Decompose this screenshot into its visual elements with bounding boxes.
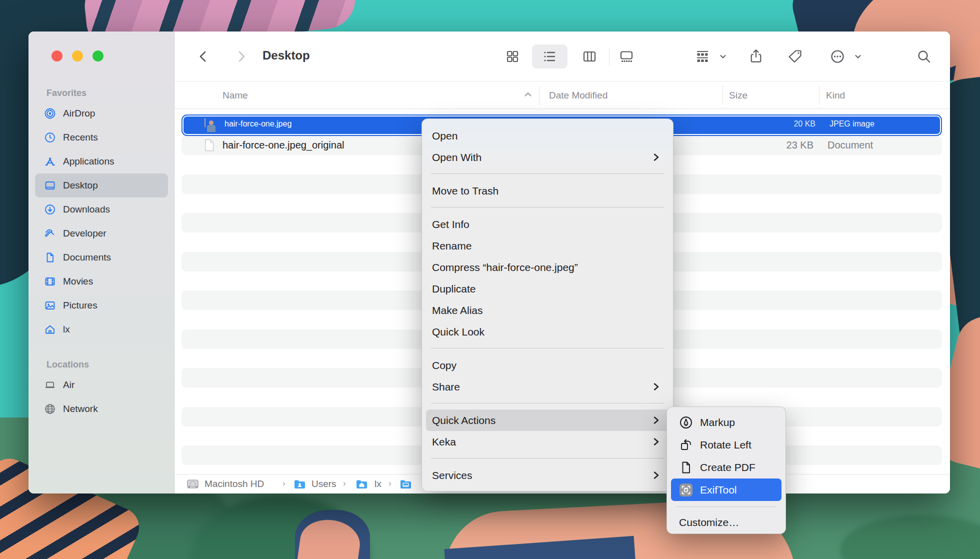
file-kind: Document <box>828 140 873 151</box>
path-separator: › <box>343 478 346 488</box>
minimize-button[interactable] <box>72 50 83 62</box>
path-segment-macintosh-hd[interactable]: Macintosh HD <box>204 478 264 490</box>
more-options-chevron-icon <box>854 52 862 60</box>
menu-item-duplicate[interactable]: Duplicate <box>422 278 673 300</box>
list-view-button[interactable] <box>542 48 558 64</box>
submenu-chevron-icon <box>652 382 661 392</box>
desktop-folder-icon <box>400 478 412 490</box>
desktop-icon <box>44 180 56 192</box>
create-pdf-icon <box>679 460 693 474</box>
submenu-item-create-pdf[interactable]: Create PDF <box>667 456 786 478</box>
context-menu: Open Open With Move to Trash Get Info Re… <box>422 118 674 492</box>
path-segment-users[interactable]: Users <box>312 478 336 490</box>
search-button[interactable] <box>916 48 932 64</box>
favorites-section-label: Favorites <box>46 86 86 100</box>
more-options-button[interactable] <box>830 48 846 64</box>
photo-icon <box>44 300 56 312</box>
column-header-row: Name Date Modified Size Kind <box>174 82 950 109</box>
film-icon <box>44 276 56 288</box>
submenu-item-exiftool[interactable]: ExifTool <box>671 478 782 501</box>
column-header-name[interactable]: Name <box>222 90 248 101</box>
menu-item-quick-actions[interactable]: Quick Actions <box>426 410 669 431</box>
group-by-button[interactable] <box>694 48 710 64</box>
airdrop-icon <box>44 108 56 120</box>
toolbar-divider <box>609 48 610 66</box>
submenu-item-markup[interactable]: Markup <box>667 411 786 434</box>
menu-separator <box>422 342 673 354</box>
gallery-view-button[interactable] <box>618 48 634 64</box>
path-segment-lx[interactable]: lx <box>374 478 382 490</box>
menu-item-services[interactable]: Services <box>422 464 673 486</box>
hard-drive-icon <box>186 478 199 490</box>
menu-item-move-to-trash[interactable]: Move to Trash <box>422 180 673 202</box>
column-header-date-modified[interactable]: Date Modified <box>549 90 608 101</box>
exiftool-app-icon <box>679 483 693 497</box>
column-divider[interactable] <box>540 86 540 105</box>
sort-ascending-icon <box>524 91 532 98</box>
sidebar-item-lx-home[interactable]: lx <box>35 318 168 342</box>
submenu-chevron-icon <box>652 416 661 425</box>
home-folder-icon <box>356 478 368 490</box>
menu-item-open[interactable]: Open <box>422 125 673 146</box>
jpeg-thumbnail-icon <box>204 118 218 132</box>
file-name: hair-force-one.jpeg <box>224 120 292 128</box>
sidebar-item-desktop[interactable]: Desktop <box>35 174 168 198</box>
laptop-icon <box>44 379 56 391</box>
document-file-icon <box>202 138 216 152</box>
close-button[interactable] <box>52 50 62 62</box>
menu-item-copy[interactable]: Copy <box>422 354 673 376</box>
menu-item-open-with[interactable]: Open With <box>422 146 673 168</box>
menu-item-get-info[interactable]: Get Info <box>422 214 673 235</box>
clock-icon <box>44 132 56 144</box>
forward-button[interactable] <box>233 48 249 64</box>
sidebar: Favorites AirDrop Recents Applications D… <box>28 32 174 494</box>
sidebar-item-pictures[interactable]: Pictures <box>35 294 168 318</box>
locations-section-label: Locations <box>46 357 89 372</box>
quick-actions-submenu: Markup Rotate Left Create PDF ExifTool C… <box>666 406 786 534</box>
zoom-button[interactable] <box>92 50 104 62</box>
hammer-icon <box>44 228 56 240</box>
sidebar-item-air[interactable]: Air <box>35 373 168 397</box>
menu-item-compress[interactable]: Compress “hair-force-one.jpeg” <box>422 256 673 278</box>
column-view-button[interactable] <box>582 48 598 64</box>
sidebar-item-airdrop[interactable]: AirDrop <box>35 102 168 126</box>
submenu-separator <box>667 501 786 513</box>
menu-item-share[interactable]: Share <box>422 376 673 398</box>
download-circle-icon <box>44 204 56 216</box>
menu-separator <box>422 168 673 180</box>
users-folder-icon <box>294 478 306 490</box>
column-header-kind[interactable]: Kind <box>826 90 845 101</box>
icon-view-button[interactable] <box>504 48 520 64</box>
submenu-chevron-icon <box>652 152 661 162</box>
column-divider[interactable] <box>722 86 723 105</box>
share-button[interactable] <box>748 48 764 64</box>
column-divider[interactable] <box>819 86 820 105</box>
path-separator: › <box>388 478 392 488</box>
sidebar-item-applications[interactable]: Applications <box>35 150 168 174</box>
menu-item-quick-look[interactable]: Quick Look <box>422 321 673 342</box>
rotate-left-icon <box>679 438 693 452</box>
sidebar-item-downloads[interactable]: Downloads <box>35 198 168 222</box>
globe-icon <box>44 403 56 415</box>
file-size: 20 KB <box>758 120 816 128</box>
menu-item-make-alias[interactable]: Make Alias <box>422 300 673 321</box>
file-name: hair-force-one.jpeg_original <box>222 140 344 151</box>
menu-item-keka[interactable]: Keka <box>422 431 673 452</box>
tags-button[interactable] <box>787 48 803 64</box>
submenu-item-customize[interactable]: Customize… <box>667 513 786 532</box>
sidebar-item-developer[interactable]: Developer <box>35 222 168 246</box>
menu-item-rename[interactable]: Rename <box>422 235 673 256</box>
file-size: 23 KB <box>756 140 814 151</box>
sidebar-item-recents[interactable]: Recents <box>35 126 168 150</box>
sidebar-item-network[interactable]: Network <box>35 397 168 421</box>
menu-separator <box>422 452 673 464</box>
sidebar-item-documents[interactable]: Documents <box>35 246 168 270</box>
submenu-chevron-icon <box>652 470 661 480</box>
column-header-size[interactable]: Size <box>729 90 748 101</box>
back-button[interactable] <box>196 48 212 64</box>
file-kind: JPEG image <box>830 120 874 128</box>
sidebar-item-movies[interactable]: Movies <box>35 270 168 294</box>
submenu-item-rotate-left[interactable]: Rotate Left <box>667 434 786 456</box>
submenu-chevron-icon <box>652 437 661 446</box>
toolbar: Desktop <box>174 32 950 82</box>
